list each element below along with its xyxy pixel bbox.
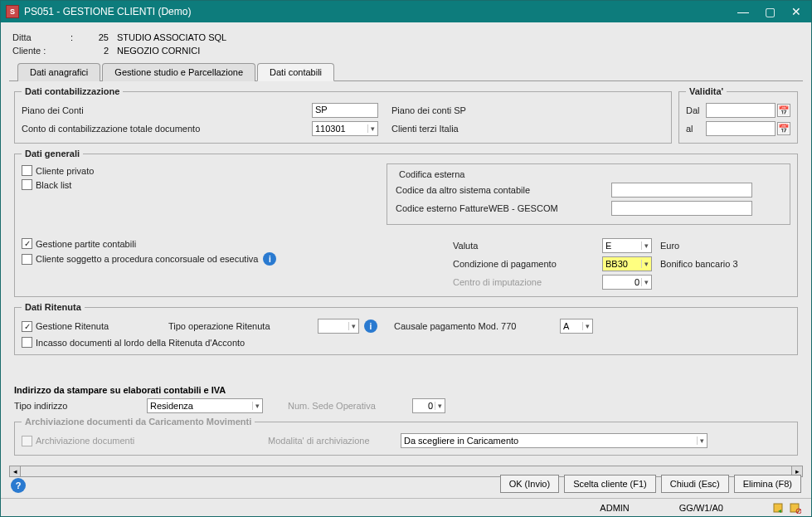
piano-conti-input[interactable]: SP bbox=[312, 103, 378, 118]
codice-fweb-label: Codice esterno FattureWEB - GESCOM bbox=[396, 203, 611, 213]
validita-dal-input[interactable] bbox=[706, 103, 776, 118]
dati-generali-legend: Dati generali bbox=[22, 149, 83, 159]
black-list-label: Black list bbox=[36, 180, 71, 190]
modalita-arch-label: Modalita' di archiviazione bbox=[268, 436, 401, 446]
maximize-button[interactable]: ▢ bbox=[760, 4, 780, 19]
chevron-down-icon: ▾ bbox=[641, 241, 649, 250]
gestione-partite-label: Gestione partite contabili bbox=[36, 239, 136, 249]
ditta-value: STUDIO ASSOCIATO SQL bbox=[117, 32, 226, 42]
status-bar: ADMIN GG/W1/A0 bbox=[1, 498, 811, 516]
tab-content: Dati contabilizzazione Piano dei Conti S… bbox=[9, 80, 803, 466]
codice-altro-input[interactable] bbox=[611, 183, 752, 198]
gestione-ritenuta-label: Gestione Ritenuta bbox=[36, 321, 168, 331]
cliente-number: 2 bbox=[87, 46, 117, 56]
validita-legend: Validita' bbox=[686, 86, 727, 96]
chiudi-button[interactable]: Chiudi (Esc) bbox=[661, 475, 729, 493]
codifica-esterna-group: Codifica esterna Codice da altro sistema… bbox=[387, 163, 790, 225]
validita-group: Validita' Dal 📅 al 📅 bbox=[678, 86, 798, 144]
validita-al-label: al bbox=[686, 124, 706, 134]
dati-ritenuta-group: Dati Ritenuta Gestione Ritenuta Tipo ope… bbox=[14, 302, 798, 355]
dati-generali-group: Dati generali Cliente privato Black list… bbox=[14, 149, 798, 297]
dati-contabilizzazione-group: Dati contabilizzazione Piano dei Conti S… bbox=[14, 86, 672, 144]
cliente-value: NEGOZIO CORNICI bbox=[117, 46, 200, 56]
centro-imputazione-select[interactable]: 0▾ bbox=[602, 275, 652, 290]
gestione-partite-checkbox[interactable] bbox=[22, 238, 32, 249]
help-icon[interactable]: ? bbox=[11, 478, 26, 493]
title-bar: S PS051 - GESTIONE CLIENTI (Demo) — ▢ ✕ bbox=[1, 1, 811, 22]
scroll-left-button[interactable]: ◂ bbox=[9, 466, 21, 477]
causale-770-label: Causale pagamento Mod. 770 bbox=[394, 321, 560, 331]
svg-rect-1 bbox=[790, 504, 799, 512]
centro-imputazione-label: Centro di imputazione bbox=[453, 277, 602, 287]
minimize-button[interactable]: — bbox=[733, 4, 753, 19]
valuta-desc: Euro bbox=[660, 241, 679, 251]
status-icon-1[interactable] bbox=[773, 502, 785, 514]
codifica-esterna-legend: Codifica esterna bbox=[396, 169, 469, 179]
tipo-indirizzo-select[interactable]: Residenza▾ bbox=[147, 398, 263, 413]
header-info: Ditta : 25 STUDIO ASSOCIATO SQL Cliente … bbox=[1, 22, 811, 62]
cliente-concorsuale-checkbox[interactable] bbox=[22, 254, 32, 265]
archiviazione-group: Archiviazione documenti da Caricamento M… bbox=[14, 417, 798, 456]
indirizzo-title: Indirizzo da stampare su elaborati conta… bbox=[14, 385, 798, 395]
codice-fweb-input[interactable] bbox=[611, 201, 752, 216]
codice-altro-label: Codice da altro sistema contabile bbox=[396, 185, 611, 195]
elimina-button[interactable]: Elimina (F8) bbox=[734, 475, 801, 493]
piano-conti-desc: Piano dei conti SP bbox=[391, 105, 466, 115]
cond-pagamento-desc: Bonifico bancario 3 bbox=[660, 259, 738, 269]
chevron-down-icon: ▾ bbox=[641, 278, 649, 286]
validita-al-input[interactable] bbox=[706, 121, 776, 136]
calendar-icon[interactable]: 📅 bbox=[777, 104, 790, 117]
causale-770-select[interactable]: A▾ bbox=[560, 319, 593, 334]
cliente-concorsuale-label: Cliente soggetto a procedura concorsuale… bbox=[36, 254, 258, 264]
archiviazione-legend: Archiviazione documenti da Caricamento M… bbox=[22, 417, 255, 427]
chevron-down-icon: ▾ bbox=[697, 437, 704, 445]
incasso-lordo-label: Incasso documenti al lordo della Ritenut… bbox=[36, 338, 245, 348]
tipo-operazione-select[interactable]: ▾ bbox=[318, 319, 359, 334]
scelta-cliente-button[interactable]: Scelta cliente (F1) bbox=[564, 475, 656, 493]
valuta-select[interactable]: E▾ bbox=[602, 238, 652, 253]
dati-contabilizzazione-legend: Dati contabilizzazione bbox=[22, 86, 123, 96]
archiviazione-label: Archiviazione documenti bbox=[36, 436, 268, 446]
tab-dati-anagrafici[interactable]: Dati anagrafici bbox=[17, 63, 100, 81]
cond-pagamento-select[interactable]: BB30▾ bbox=[602, 256, 652, 271]
tipo-indirizzo-label: Tipo indirizzo bbox=[14, 401, 147, 411]
ditta-label: Ditta bbox=[12, 32, 71, 42]
app-icon: S bbox=[6, 5, 19, 18]
ok-button[interactable]: OK (Invio) bbox=[500, 475, 560, 493]
cliente-label: Cliente : bbox=[12, 46, 71, 56]
num-sede-select[interactable]: 0▾ bbox=[412, 398, 445, 413]
chevron-down-icon: ▾ bbox=[367, 124, 375, 133]
footer-buttons: OK (Invio) Scelta cliente (F1) Chiudi (E… bbox=[500, 475, 801, 493]
close-button[interactable]: ✕ bbox=[786, 4, 806, 19]
info-icon[interactable]: i bbox=[263, 252, 276, 266]
tab-gestione-studio[interactable]: Gestione studio e Parcellazione bbox=[102, 63, 255, 81]
window-title: PS051 - GESTIONE CLIENTI (Demo) bbox=[24, 6, 733, 17]
chevron-down-icon: ▾ bbox=[435, 402, 442, 410]
cliente-privato-label: Cliente privato bbox=[36, 166, 94, 176]
num-sede-label: Num. Sede Operativa bbox=[288, 401, 412, 411]
valuta-label: Valuta bbox=[453, 241, 602, 251]
calendar-icon[interactable]: 📅 bbox=[777, 122, 790, 135]
cliente-privato-checkbox[interactable] bbox=[22, 165, 32, 176]
conto-contab-select[interactable]: 110301▾ bbox=[312, 121, 378, 136]
status-user: ADMIN bbox=[600, 503, 629, 513]
tab-bar: Dati anagrafici Gestione studio e Parcel… bbox=[1, 62, 811, 80]
chevron-down-icon: ▾ bbox=[582, 322, 590, 330]
conto-contab-desc: Clienti terzi Italia bbox=[391, 124, 459, 134]
piano-conti-label: Piano dei Conti bbox=[22, 105, 312, 115]
incasso-lordo-checkbox[interactable] bbox=[22, 337, 32, 348]
chevron-down-icon: ▾ bbox=[252, 402, 260, 410]
cond-pagamento-label: Condizione di pagamento bbox=[453, 259, 602, 269]
modalita-arch-select[interactable]: Da scegliere in Caricamento▾ bbox=[401, 433, 707, 448]
status-code: GG/W1/A0 bbox=[679, 503, 723, 513]
ditta-number: 25 bbox=[87, 32, 117, 42]
tipo-operazione-label: Tipo operazione Ritenuta bbox=[168, 321, 318, 331]
archiviazione-checkbox bbox=[22, 436, 32, 446]
conto-contab-label: Conto di contabilizzazione totale docume… bbox=[22, 124, 312, 134]
info-icon[interactable]: i bbox=[364, 319, 377, 333]
gestione-ritenuta-checkbox[interactable] bbox=[22, 321, 32, 332]
black-list-checkbox[interactable] bbox=[22, 179, 32, 190]
dati-ritenuta-legend: Dati Ritenuta bbox=[22, 302, 85, 312]
tab-dati-contabili[interactable]: Dati contabili bbox=[257, 63, 334, 81]
status-icon-2[interactable] bbox=[790, 502, 801, 514]
